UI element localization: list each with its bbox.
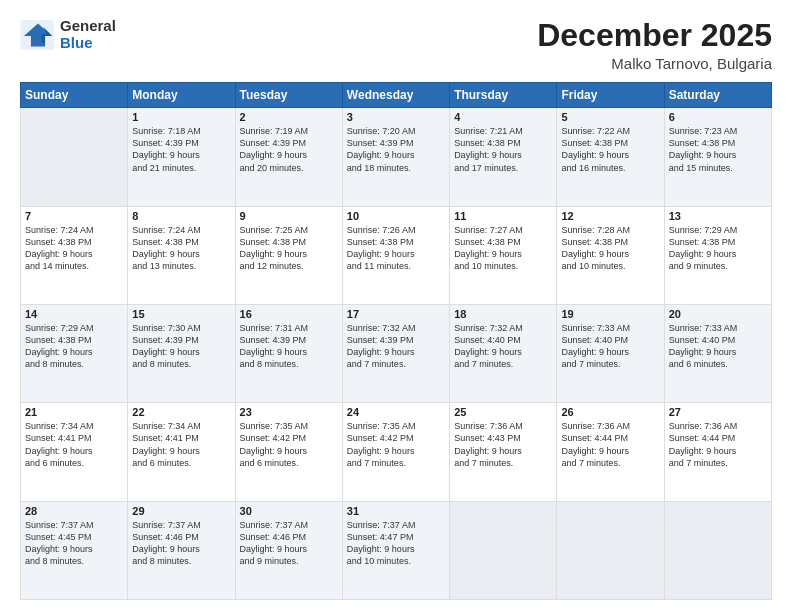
day-info: Sunrise: 7:33 AM Sunset: 4:40 PM Dayligh… [669, 322, 767, 371]
day-number: 14 [25, 308, 123, 320]
day-number: 13 [669, 210, 767, 222]
day-info: Sunrise: 7:21 AM Sunset: 4:38 PM Dayligh… [454, 125, 552, 174]
day-info: Sunrise: 7:35 AM Sunset: 4:42 PM Dayligh… [347, 420, 445, 469]
calendar-cell: 15Sunrise: 7:30 AM Sunset: 4:39 PM Dayli… [128, 304, 235, 402]
day-info: Sunrise: 7:36 AM Sunset: 4:43 PM Dayligh… [454, 420, 552, 469]
day-number: 17 [347, 308, 445, 320]
day-number: 23 [240, 406, 338, 418]
day-number: 19 [561, 308, 659, 320]
calendar-cell [664, 501, 771, 599]
day-number: 29 [132, 505, 230, 517]
day-number: 9 [240, 210, 338, 222]
col-header-saturday: Saturday [664, 83, 771, 108]
logo: General Blue [20, 18, 116, 51]
calendar-cell [21, 108, 128, 206]
calendar-cell: 6Sunrise: 7:23 AM Sunset: 4:38 PM Daylig… [664, 108, 771, 206]
day-info: Sunrise: 7:34 AM Sunset: 4:41 PM Dayligh… [25, 420, 123, 469]
day-info: Sunrise: 7:37 AM Sunset: 4:46 PM Dayligh… [132, 519, 230, 568]
day-number: 24 [347, 406, 445, 418]
day-info: Sunrise: 7:37 AM Sunset: 4:47 PM Dayligh… [347, 519, 445, 568]
calendar-header-row: SundayMondayTuesdayWednesdayThursdayFrid… [21, 83, 772, 108]
calendar-table: SundayMondayTuesdayWednesdayThursdayFrid… [20, 82, 772, 600]
calendar-cell: 26Sunrise: 7:36 AM Sunset: 4:44 PM Dayli… [557, 403, 664, 501]
calendar-cell: 21Sunrise: 7:34 AM Sunset: 4:41 PM Dayli… [21, 403, 128, 501]
calendar-cell: 4Sunrise: 7:21 AM Sunset: 4:38 PM Daylig… [450, 108, 557, 206]
col-header-friday: Friday [557, 83, 664, 108]
day-info: Sunrise: 7:23 AM Sunset: 4:38 PM Dayligh… [669, 125, 767, 174]
calendar-cell: 12Sunrise: 7:28 AM Sunset: 4:38 PM Dayli… [557, 206, 664, 304]
calendar-cell: 16Sunrise: 7:31 AM Sunset: 4:39 PM Dayli… [235, 304, 342, 402]
day-info: Sunrise: 7:34 AM Sunset: 4:41 PM Dayligh… [132, 420, 230, 469]
day-number: 30 [240, 505, 338, 517]
day-number: 28 [25, 505, 123, 517]
calendar-cell: 9Sunrise: 7:25 AM Sunset: 4:38 PM Daylig… [235, 206, 342, 304]
day-number: 3 [347, 111, 445, 123]
calendar-cell: 2Sunrise: 7:19 AM Sunset: 4:39 PM Daylig… [235, 108, 342, 206]
calendar-cell: 20Sunrise: 7:33 AM Sunset: 4:40 PM Dayli… [664, 304, 771, 402]
calendar-cell: 11Sunrise: 7:27 AM Sunset: 4:38 PM Dayli… [450, 206, 557, 304]
day-info: Sunrise: 7:25 AM Sunset: 4:38 PM Dayligh… [240, 224, 338, 273]
calendar-cell: 7Sunrise: 7:24 AM Sunset: 4:38 PM Daylig… [21, 206, 128, 304]
day-info: Sunrise: 7:37 AM Sunset: 4:45 PM Dayligh… [25, 519, 123, 568]
calendar-cell: 10Sunrise: 7:26 AM Sunset: 4:38 PM Dayli… [342, 206, 449, 304]
col-header-wednesday: Wednesday [342, 83, 449, 108]
calendar-cell: 5Sunrise: 7:22 AM Sunset: 4:38 PM Daylig… [557, 108, 664, 206]
calendar-cell: 31Sunrise: 7:37 AM Sunset: 4:47 PM Dayli… [342, 501, 449, 599]
day-info: Sunrise: 7:35 AM Sunset: 4:42 PM Dayligh… [240, 420, 338, 469]
day-number: 15 [132, 308, 230, 320]
day-number: 20 [669, 308, 767, 320]
calendar-week-row: 1Sunrise: 7:18 AM Sunset: 4:39 PM Daylig… [21, 108, 772, 206]
day-number: 7 [25, 210, 123, 222]
month-title: December 2025 [537, 18, 772, 53]
calendar-cell: 19Sunrise: 7:33 AM Sunset: 4:40 PM Dayli… [557, 304, 664, 402]
day-info: Sunrise: 7:20 AM Sunset: 4:39 PM Dayligh… [347, 125, 445, 174]
calendar-cell: 18Sunrise: 7:32 AM Sunset: 4:40 PM Dayli… [450, 304, 557, 402]
calendar-week-row: 14Sunrise: 7:29 AM Sunset: 4:38 PM Dayli… [21, 304, 772, 402]
col-header-tuesday: Tuesday [235, 83, 342, 108]
day-number: 25 [454, 406, 552, 418]
page: General Blue December 2025 Malko Tarnovo… [0, 0, 792, 612]
logo-icon [20, 20, 56, 50]
day-number: 6 [669, 111, 767, 123]
calendar-cell: 25Sunrise: 7:36 AM Sunset: 4:43 PM Dayli… [450, 403, 557, 501]
day-info: Sunrise: 7:26 AM Sunset: 4:38 PM Dayligh… [347, 224, 445, 273]
day-info: Sunrise: 7:36 AM Sunset: 4:44 PM Dayligh… [561, 420, 659, 469]
calendar-cell: 22Sunrise: 7:34 AM Sunset: 4:41 PM Dayli… [128, 403, 235, 501]
logo-text: General Blue [60, 18, 116, 51]
calendar-cell: 3Sunrise: 7:20 AM Sunset: 4:39 PM Daylig… [342, 108, 449, 206]
day-number: 5 [561, 111, 659, 123]
col-header-sunday: Sunday [21, 83, 128, 108]
day-info: Sunrise: 7:33 AM Sunset: 4:40 PM Dayligh… [561, 322, 659, 371]
logo-general: General [60, 17, 116, 34]
col-header-monday: Monday [128, 83, 235, 108]
day-number: 1 [132, 111, 230, 123]
logo-blue: Blue [60, 34, 93, 51]
day-number: 4 [454, 111, 552, 123]
day-number: 31 [347, 505, 445, 517]
calendar-cell: 24Sunrise: 7:35 AM Sunset: 4:42 PM Dayli… [342, 403, 449, 501]
day-info: Sunrise: 7:28 AM Sunset: 4:38 PM Dayligh… [561, 224, 659, 273]
location-title: Malko Tarnovo, Bulgaria [537, 55, 772, 72]
day-info: Sunrise: 7:24 AM Sunset: 4:38 PM Dayligh… [132, 224, 230, 273]
day-info: Sunrise: 7:32 AM Sunset: 4:39 PM Dayligh… [347, 322, 445, 371]
day-info: Sunrise: 7:22 AM Sunset: 4:38 PM Dayligh… [561, 125, 659, 174]
calendar-week-row: 7Sunrise: 7:24 AM Sunset: 4:38 PM Daylig… [21, 206, 772, 304]
title-block: December 2025 Malko Tarnovo, Bulgaria [537, 18, 772, 72]
day-info: Sunrise: 7:30 AM Sunset: 4:39 PM Dayligh… [132, 322, 230, 371]
calendar-cell: 28Sunrise: 7:37 AM Sunset: 4:45 PM Dayli… [21, 501, 128, 599]
day-info: Sunrise: 7:18 AM Sunset: 4:39 PM Dayligh… [132, 125, 230, 174]
day-info: Sunrise: 7:29 AM Sunset: 4:38 PM Dayligh… [25, 322, 123, 371]
day-info: Sunrise: 7:24 AM Sunset: 4:38 PM Dayligh… [25, 224, 123, 273]
day-number: 11 [454, 210, 552, 222]
day-info: Sunrise: 7:29 AM Sunset: 4:38 PM Dayligh… [669, 224, 767, 273]
day-number: 26 [561, 406, 659, 418]
calendar-cell: 14Sunrise: 7:29 AM Sunset: 4:38 PM Dayli… [21, 304, 128, 402]
day-number: 8 [132, 210, 230, 222]
day-info: Sunrise: 7:19 AM Sunset: 4:39 PM Dayligh… [240, 125, 338, 174]
day-number: 2 [240, 111, 338, 123]
col-header-thursday: Thursday [450, 83, 557, 108]
day-number: 18 [454, 308, 552, 320]
calendar-cell: 27Sunrise: 7:36 AM Sunset: 4:44 PM Dayli… [664, 403, 771, 501]
day-number: 21 [25, 406, 123, 418]
day-number: 12 [561, 210, 659, 222]
